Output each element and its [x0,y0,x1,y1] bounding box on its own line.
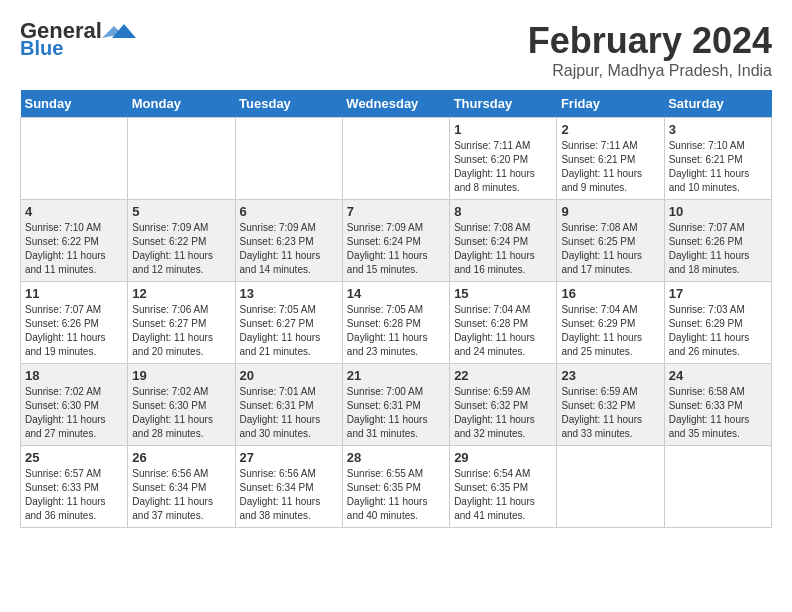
weekday-header: Sunday [21,90,128,118]
day-number: 12 [132,286,230,301]
day-number: 27 [240,450,338,465]
day-info: Sunrise: 7:09 AMSunset: 6:23 PMDaylight:… [240,221,338,277]
calendar-cell: 12Sunrise: 7:06 AMSunset: 6:27 PMDayligh… [128,282,235,364]
day-number: 3 [669,122,767,137]
day-info: Sunrise: 7:04 AMSunset: 6:29 PMDaylight:… [561,303,659,359]
weekday-header: Friday [557,90,664,118]
calendar-cell [342,118,449,200]
header: General Blue February 2024 Rajpur, Madhy… [20,20,772,80]
calendar-cell: 28Sunrise: 6:55 AMSunset: 6:35 PMDayligh… [342,446,449,528]
calendar-cell: 20Sunrise: 7:01 AMSunset: 6:31 PMDayligh… [235,364,342,446]
day-number: 24 [669,368,767,383]
day-number: 6 [240,204,338,219]
calendar-cell: 2Sunrise: 7:11 AMSunset: 6:21 PMDaylight… [557,118,664,200]
day-number: 2 [561,122,659,137]
day-number: 16 [561,286,659,301]
day-number: 10 [669,204,767,219]
day-info: Sunrise: 7:07 AMSunset: 6:26 PMDaylight:… [25,303,123,359]
day-info: Sunrise: 6:57 AMSunset: 6:33 PMDaylight:… [25,467,123,523]
calendar-cell: 9Sunrise: 7:08 AMSunset: 6:25 PMDaylight… [557,200,664,282]
day-number: 11 [25,286,123,301]
calendar-cell: 27Sunrise: 6:56 AMSunset: 6:34 PMDayligh… [235,446,342,528]
day-info: Sunrise: 7:08 AMSunset: 6:25 PMDaylight:… [561,221,659,277]
title-area: February 2024 Rajpur, Madhya Pradesh, In… [528,20,772,80]
day-info: Sunrise: 6:58 AMSunset: 6:33 PMDaylight:… [669,385,767,441]
day-info: Sunrise: 7:08 AMSunset: 6:24 PMDaylight:… [454,221,552,277]
day-info: Sunrise: 7:03 AMSunset: 6:29 PMDaylight:… [669,303,767,359]
day-info: Sunrise: 7:01 AMSunset: 6:31 PMDaylight:… [240,385,338,441]
day-info: Sunrise: 6:59 AMSunset: 6:32 PMDaylight:… [454,385,552,441]
day-info: Sunrise: 7:02 AMSunset: 6:30 PMDaylight:… [132,385,230,441]
day-number: 19 [132,368,230,383]
day-info: Sunrise: 7:11 AMSunset: 6:21 PMDaylight:… [561,139,659,195]
day-info: Sunrise: 7:05 AMSunset: 6:27 PMDaylight:… [240,303,338,359]
day-info: Sunrise: 6:59 AMSunset: 6:32 PMDaylight:… [561,385,659,441]
calendar-cell: 21Sunrise: 7:00 AMSunset: 6:31 PMDayligh… [342,364,449,446]
day-info: Sunrise: 7:09 AMSunset: 6:24 PMDaylight:… [347,221,445,277]
weekday-header: Wednesday [342,90,449,118]
day-number: 21 [347,368,445,383]
day-number: 22 [454,368,552,383]
logo-icon [102,20,138,42]
day-number: 8 [454,204,552,219]
day-number: 18 [25,368,123,383]
calendar-cell: 4Sunrise: 7:10 AMSunset: 6:22 PMDaylight… [21,200,128,282]
calendar-cell: 29Sunrise: 6:54 AMSunset: 6:35 PMDayligh… [450,446,557,528]
day-info: Sunrise: 7:04 AMSunset: 6:28 PMDaylight:… [454,303,552,359]
day-info: Sunrise: 6:55 AMSunset: 6:35 PMDaylight:… [347,467,445,523]
day-number: 25 [25,450,123,465]
calendar-cell: 5Sunrise: 7:09 AMSunset: 6:22 PMDaylight… [128,200,235,282]
month-year: February 2024 [528,20,772,62]
day-number: 7 [347,204,445,219]
calendar-cell: 11Sunrise: 7:07 AMSunset: 6:26 PMDayligh… [21,282,128,364]
calendar-cell: 15Sunrise: 7:04 AMSunset: 6:28 PMDayligh… [450,282,557,364]
calendar-week-row: 18Sunrise: 7:02 AMSunset: 6:30 PMDayligh… [21,364,772,446]
calendar-cell: 10Sunrise: 7:07 AMSunset: 6:26 PMDayligh… [664,200,771,282]
day-number: 29 [454,450,552,465]
logo-blue: Blue [20,38,63,58]
calendar-cell: 22Sunrise: 6:59 AMSunset: 6:32 PMDayligh… [450,364,557,446]
calendar-cell: 7Sunrise: 7:09 AMSunset: 6:24 PMDaylight… [342,200,449,282]
calendar-week-row: 1Sunrise: 7:11 AMSunset: 6:20 PMDaylight… [21,118,772,200]
day-number: 15 [454,286,552,301]
calendar-week-row: 4Sunrise: 7:10 AMSunset: 6:22 PMDaylight… [21,200,772,282]
calendar-cell [21,118,128,200]
calendar-cell [664,446,771,528]
day-number: 26 [132,450,230,465]
day-number: 23 [561,368,659,383]
calendar-cell: 13Sunrise: 7:05 AMSunset: 6:27 PMDayligh… [235,282,342,364]
day-info: Sunrise: 7:05 AMSunset: 6:28 PMDaylight:… [347,303,445,359]
day-info: Sunrise: 7:06 AMSunset: 6:27 PMDaylight:… [132,303,230,359]
day-info: Sunrise: 7:07 AMSunset: 6:26 PMDaylight:… [669,221,767,277]
calendar-cell: 18Sunrise: 7:02 AMSunset: 6:30 PMDayligh… [21,364,128,446]
calendar-cell: 1Sunrise: 7:11 AMSunset: 6:20 PMDaylight… [450,118,557,200]
calendar-cell [235,118,342,200]
day-info: Sunrise: 7:02 AMSunset: 6:30 PMDaylight:… [25,385,123,441]
weekday-header: Monday [128,90,235,118]
day-info: Sunrise: 7:09 AMSunset: 6:22 PMDaylight:… [132,221,230,277]
calendar-cell [128,118,235,200]
day-number: 20 [240,368,338,383]
day-info: Sunrise: 7:00 AMSunset: 6:31 PMDaylight:… [347,385,445,441]
calendar-week-row: 11Sunrise: 7:07 AMSunset: 6:26 PMDayligh… [21,282,772,364]
weekday-header: Saturday [664,90,771,118]
calendar-cell: 25Sunrise: 6:57 AMSunset: 6:33 PMDayligh… [21,446,128,528]
calendar-cell: 24Sunrise: 6:58 AMSunset: 6:33 PMDayligh… [664,364,771,446]
logo: General Blue [20,20,138,58]
day-number: 9 [561,204,659,219]
day-number: 28 [347,450,445,465]
weekday-header: Tuesday [235,90,342,118]
calendar-cell: 23Sunrise: 6:59 AMSunset: 6:32 PMDayligh… [557,364,664,446]
calendar-cell: 19Sunrise: 7:02 AMSunset: 6:30 PMDayligh… [128,364,235,446]
calendar-cell: 6Sunrise: 7:09 AMSunset: 6:23 PMDaylight… [235,200,342,282]
calendar-week-row: 25Sunrise: 6:57 AMSunset: 6:33 PMDayligh… [21,446,772,528]
day-number: 17 [669,286,767,301]
calendar-cell: 14Sunrise: 7:05 AMSunset: 6:28 PMDayligh… [342,282,449,364]
day-info: Sunrise: 7:10 AMSunset: 6:22 PMDaylight:… [25,221,123,277]
day-number: 1 [454,122,552,137]
calendar-cell [557,446,664,528]
calendar-table: SundayMondayTuesdayWednesdayThursdayFrid… [20,90,772,528]
day-info: Sunrise: 6:56 AMSunset: 6:34 PMDaylight:… [240,467,338,523]
weekday-header-row: SundayMondayTuesdayWednesdayThursdayFrid… [21,90,772,118]
day-number: 14 [347,286,445,301]
